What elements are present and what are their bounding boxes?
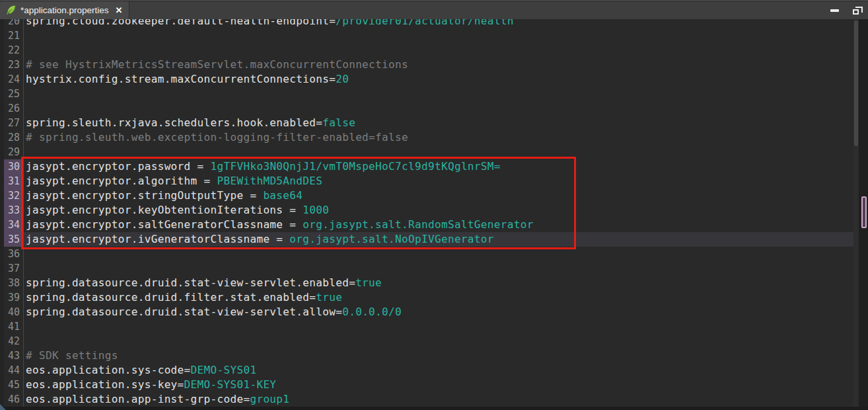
code-line-44[interactable]: 44eos.application.sys-code=DEMO-SYS01 xyxy=(0,363,868,378)
feather-file-icon xyxy=(5,5,17,16)
code-line-32[interactable]: 32jasypt.encryptor.stringOutputType = ba… xyxy=(0,188,868,203)
line-number[interactable]: 37 xyxy=(4,261,24,276)
overview-marker[interactable] xyxy=(861,196,867,228)
code-line-25[interactable]: 25 xyxy=(0,87,868,101)
resize-grip[interactable] xyxy=(0,404,6,410)
code-text: jasypt.encryptor.keyObtentionIterations … xyxy=(24,203,329,218)
code-line-39[interactable]: 39spring.datasource.druid.filter.stat.en… xyxy=(0,290,868,305)
line-number[interactable]: 31 xyxy=(4,174,24,188)
code-lines: 20spring.cloud.zookeeper.default-health-… xyxy=(0,19,868,407)
code-text xyxy=(24,87,26,101)
code-line-43[interactable]: 43# SDK settings xyxy=(0,348,868,363)
code-line-28[interactable]: 28# spring.sleuth.web.exception-logging-… xyxy=(0,130,868,145)
line-number[interactable]: 42 xyxy=(4,334,24,348)
line-number[interactable]: 30 xyxy=(4,159,24,174)
code-text: # SDK settings xyxy=(24,348,118,363)
tab-title: *application.properties xyxy=(20,5,109,15)
code-text: jasypt.encryptor.stringOutputType = base… xyxy=(24,188,303,203)
vertical-scrollbar[interactable] xyxy=(853,19,859,410)
code-line-37[interactable]: 37 xyxy=(0,261,868,276)
code-text: eos.application.sys-key=DEMO-SYS01-KEY xyxy=(24,378,276,392)
code-line-20[interactable]: 20spring.cloud.zookeeper.default-health-… xyxy=(0,19,868,28)
restore-icon xyxy=(853,9,859,15)
code-text: # see HystrixMetricsStreamServlet.maxCon… xyxy=(24,58,408,72)
minimize-icon xyxy=(830,9,839,12)
code-text: jasypt.encryptor.ivGeneratorClassname = … xyxy=(24,232,494,247)
code-line-29[interactable]: 29 xyxy=(0,145,868,159)
code-line-41[interactable]: 41 xyxy=(0,319,868,334)
code-line-40[interactable]: 40spring.datasource.druid.stat-view-serv… xyxy=(0,305,868,319)
line-number[interactable]: 36 xyxy=(4,247,24,261)
code-line-45[interactable]: 45eos.application.sys-key=DEMO-SYS01-KEY xyxy=(0,378,868,392)
code-line-35[interactable]: 35jasypt.encryptor.ivGeneratorClassname … xyxy=(0,232,868,247)
code-text: eos.application.sys-code=DEMO-SYS01 xyxy=(24,363,256,378)
code-text xyxy=(24,319,26,334)
code-line-46[interactable]: 46eos.application.app-inst-grp-code=grou… xyxy=(0,392,868,407)
code-text: spring.datasource.druid.stat-view-servle… xyxy=(24,305,402,319)
code-line-38[interactable]: 38spring.datasource.druid.stat-view-serv… xyxy=(0,276,868,290)
code-line-33[interactable]: 33jasypt.encryptor.keyObtentionIteration… xyxy=(0,203,868,218)
line-number[interactable]: 27 xyxy=(4,116,24,130)
code-text xyxy=(24,247,26,261)
code-line-42[interactable]: 42 xyxy=(0,334,868,348)
line-number[interactable]: 41 xyxy=(4,319,24,334)
close-icon[interactable]: ✕ xyxy=(116,6,123,15)
code-text: eos.application.app-inst-grp-code=group1 xyxy=(24,392,289,407)
code-text: hystrix.config.stream.maxConcurrentConne… xyxy=(24,72,349,87)
code-text: jasypt.encryptor.saltGeneratorClassname … xyxy=(24,218,534,232)
code-line-31[interactable]: 31jasypt.encryptor.algorithm = PBEWithMD… xyxy=(0,174,868,188)
tab-application-properties[interactable]: *application.properties ✕ xyxy=(0,1,129,19)
code-line-34[interactable]: 34jasypt.encryptor.saltGeneratorClassnam… xyxy=(0,218,868,232)
line-number[interactable]: 32 xyxy=(4,188,24,203)
code-text: # spring.sleuth.web.exception-logging-fi… xyxy=(24,130,408,145)
line-number[interactable]: 23 xyxy=(4,58,24,72)
code-line-22[interactable]: 22 xyxy=(0,43,868,58)
code-line-24[interactable]: 24hystrix.config.stream.maxConcurrentCon… xyxy=(0,72,868,87)
line-number[interactable]: 33 xyxy=(4,203,24,218)
code-line-36[interactable]: 36 xyxy=(0,247,868,261)
line-number[interactable]: 26 xyxy=(4,101,24,116)
code-text: jasypt.encryptor.algorithm = PBEWithMD5A… xyxy=(24,174,322,188)
code-text: jasypt.encryptor.password = 1gTFVHko3N0Q… xyxy=(24,159,501,174)
line-number[interactable]: 20 xyxy=(4,19,24,28)
code-text xyxy=(24,43,26,58)
code-line-27[interactable]: 27spring.sleuth.rxjava.schedulers.hook.e… xyxy=(0,116,868,130)
code-text: spring.sleuth.rxjava.schedulers.hook.ena… xyxy=(24,116,355,130)
line-number[interactable]: 29 xyxy=(4,145,24,159)
line-number[interactable]: 25 xyxy=(4,87,24,101)
line-number[interactable]: 39 xyxy=(4,290,24,305)
line-number[interactable]: 45 xyxy=(4,378,24,392)
line-number[interactable]: 46 xyxy=(4,392,24,407)
code-line-23[interactable]: 23# see HystrixMetricsStreamServlet.maxC… xyxy=(0,58,868,72)
window-controls xyxy=(827,1,863,19)
line-number[interactable]: 44 xyxy=(4,363,24,378)
code-text xyxy=(24,28,26,43)
code-text xyxy=(24,145,26,159)
line-number[interactable]: 40 xyxy=(4,305,24,319)
overview-ruler xyxy=(859,19,868,410)
code-text xyxy=(24,101,26,116)
editor-left-margin xyxy=(0,19,4,410)
editor-window: *application.properties ✕ 20spring.cloud… xyxy=(0,0,868,410)
titlebar: *application.properties ✕ xyxy=(0,1,868,19)
scrollbar-thumb[interactable] xyxy=(854,20,858,146)
code-line-30[interactable]: 30jasypt.encryptor.password = 1gTFVHko3N… xyxy=(0,159,868,174)
line-number[interactable]: 28 xyxy=(4,130,24,145)
code-text xyxy=(24,261,26,276)
minimize-button[interactable] xyxy=(827,3,842,18)
window-bottom-border xyxy=(0,407,868,410)
code-line-26[interactable]: 26 xyxy=(0,101,868,116)
line-number[interactable]: 43 xyxy=(4,348,24,363)
code-text: spring.cloud.zookeeper.default-health-en… xyxy=(24,19,514,28)
line-number[interactable]: 34 xyxy=(4,218,24,232)
code-text: spring.datasource.druid.stat-view-servle… xyxy=(24,276,382,290)
restore-button[interactable] xyxy=(848,3,863,18)
code-text: spring.datasource.druid.filter.stat.enab… xyxy=(24,290,342,305)
code-line-21[interactable]: 21 xyxy=(0,28,868,43)
line-number[interactable]: 24 xyxy=(4,72,24,87)
line-number[interactable]: 21 xyxy=(4,28,24,43)
line-number[interactable]: 35 xyxy=(4,232,24,247)
line-number[interactable]: 22 xyxy=(4,43,24,58)
line-number[interactable]: 38 xyxy=(4,276,24,290)
code-editor[interactable]: 20spring.cloud.zookeeper.default-health-… xyxy=(0,19,868,410)
